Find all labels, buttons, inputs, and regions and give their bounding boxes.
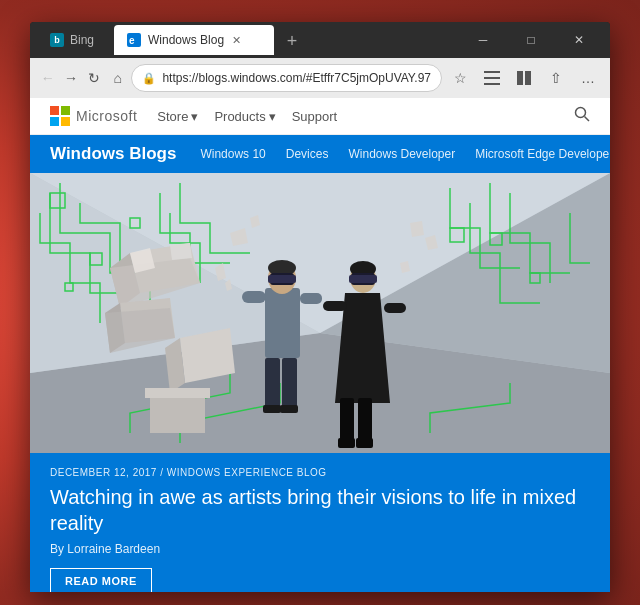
hub-button[interactable] xyxy=(478,64,506,92)
more-button[interactable]: … xyxy=(574,64,602,92)
browser-window: b Bing e Windows Blog ✕ + ─ □ ✕ xyxy=(30,22,610,592)
tab-close-button[interactable]: ✕ xyxy=(230,32,243,49)
hero-author: By Lorraine Bardeen xyxy=(50,542,590,556)
svg-rect-35 xyxy=(268,275,296,283)
svg-rect-48 xyxy=(358,398,372,443)
svg-rect-37 xyxy=(282,358,297,408)
nav-support[interactable]: Support xyxy=(292,109,338,124)
hero-caption: DECEMBER 12, 2017 / Windows Experience B… xyxy=(30,453,610,592)
hero-blog-name: Windows Experience Blog xyxy=(167,467,327,478)
svg-rect-39 xyxy=(280,405,298,413)
store-chevron-icon: ▾ xyxy=(191,109,198,124)
svg-rect-4 xyxy=(484,83,500,85)
hero-section: DECEMBER 12, 2017 / Windows Experience B… xyxy=(30,173,610,592)
title-bar: b Bing e Windows Blog ✕ + ─ □ ✕ xyxy=(30,22,610,58)
url-text: https://blogs.windows.com/#Etffr7C5jmOpU… xyxy=(162,71,431,85)
svg-rect-52 xyxy=(384,303,406,313)
nav-edge-developer[interactable]: Microsoft Edge Developer xyxy=(475,147,610,161)
microsoft-header: Microsoft Store ▾ Products ▾ Support xyxy=(30,98,610,135)
tab-area: e Windows Blog ✕ + xyxy=(114,25,460,55)
svg-rect-50 xyxy=(356,438,373,448)
svg-marker-25 xyxy=(170,243,192,260)
inactive-tab-title: Bing xyxy=(70,33,94,47)
ms-logo-blue xyxy=(50,117,59,126)
window-controls: ─ □ ✕ xyxy=(460,22,602,58)
svg-rect-6 xyxy=(525,71,531,85)
hero-image xyxy=(30,173,610,453)
products-chevron-icon: ▾ xyxy=(269,109,276,124)
nav-windows10[interactable]: Windows 10 xyxy=(200,147,265,161)
new-tab-button[interactable]: + xyxy=(278,27,306,55)
svg-rect-47 xyxy=(340,398,354,443)
maximize-button[interactable]: □ xyxy=(508,22,554,58)
windows-blogs-title[interactable]: Windows Blogs xyxy=(50,144,176,164)
hero-date: DECEMBER 12, 2017 xyxy=(50,467,157,478)
svg-point-7 xyxy=(576,108,586,118)
url-bar[interactable]: 🔒 https://blogs.windows.com/#Etffr7C5jmO… xyxy=(131,64,442,92)
microsoft-logo-text: Microsoft xyxy=(76,108,137,124)
reading-view-button[interactable] xyxy=(510,64,538,92)
ms-logo-red xyxy=(50,106,59,115)
svg-rect-60 xyxy=(150,393,205,433)
hero-meta: DECEMBER 12, 2017 / Windows Experience B… xyxy=(50,467,590,478)
windows-blogs-nav: Windows Blogs Windows 10 Devices Windows… xyxy=(30,135,610,173)
art-scene xyxy=(30,173,610,453)
nav-windows-developer[interactable]: Windows Developer xyxy=(348,147,455,161)
windows-blogs-nav-items: Windows 10 Devices Windows Developer Mic… xyxy=(200,147,610,161)
hero-title: Watching in awe as artists bring their v… xyxy=(50,484,590,536)
microsoft-search[interactable] xyxy=(574,106,590,126)
svg-rect-3 xyxy=(484,77,500,79)
svg-rect-2 xyxy=(484,71,500,73)
close-button[interactable]: ✕ xyxy=(556,22,602,58)
home-button[interactable]: ⌂ xyxy=(108,64,127,92)
minimize-button[interactable]: ─ xyxy=(460,22,506,58)
svg-rect-40 xyxy=(242,291,266,303)
share-button[interactable]: ⇧ xyxy=(542,64,570,92)
ms-logo-grid xyxy=(50,106,70,126)
nav-products[interactable]: Products ▾ xyxy=(214,109,275,124)
bing-favicon: b xyxy=(50,33,64,47)
svg-rect-36 xyxy=(265,358,280,408)
svg-rect-46 xyxy=(349,275,377,283)
edge-favicon: e xyxy=(126,32,142,48)
address-bar: ← → ↻ ⌂ 🔒 https://blogs.windows.com/#Etf… xyxy=(30,58,610,98)
ms-logo-yellow xyxy=(61,117,70,126)
ms-logo-green xyxy=(61,106,70,115)
svg-rect-5 xyxy=(517,71,523,85)
svg-text:e: e xyxy=(129,35,135,46)
microsoft-nav: Store ▾ Products ▾ Support xyxy=(157,109,554,124)
refresh-button[interactable]: ↻ xyxy=(85,64,104,92)
svg-line-8 xyxy=(585,117,590,122)
read-more-button[interactable]: READ MORE xyxy=(50,568,152,592)
active-tab-title: Windows Blog xyxy=(148,33,224,47)
inactive-tab[interactable]: b Bing xyxy=(38,25,106,55)
webpage-content: Microsoft Store ▾ Products ▾ Support xyxy=(30,98,610,592)
svg-rect-49 xyxy=(338,438,355,448)
favorite-button[interactable]: ☆ xyxy=(446,64,474,92)
microsoft-logo[interactable]: Microsoft xyxy=(50,106,137,126)
nav-store[interactable]: Store ▾ xyxy=(157,109,198,124)
title-bar-left: b Bing xyxy=(38,25,106,55)
svg-rect-41 xyxy=(300,293,322,304)
svg-rect-38 xyxy=(263,405,281,413)
active-tab[interactable]: e Windows Blog ✕ xyxy=(114,25,274,55)
svg-marker-55 xyxy=(410,221,424,237)
svg-rect-51 xyxy=(323,301,347,311)
address-bar-actions: ☆ ⇧ … xyxy=(446,64,602,92)
nav-devices[interactable]: Devices xyxy=(286,147,329,161)
svg-rect-31 xyxy=(265,288,300,358)
forward-button[interactable]: → xyxy=(61,64,80,92)
lock-icon: 🔒 xyxy=(142,72,156,85)
back-button[interactable]: ← xyxy=(38,64,57,92)
svg-rect-61 xyxy=(145,388,210,398)
